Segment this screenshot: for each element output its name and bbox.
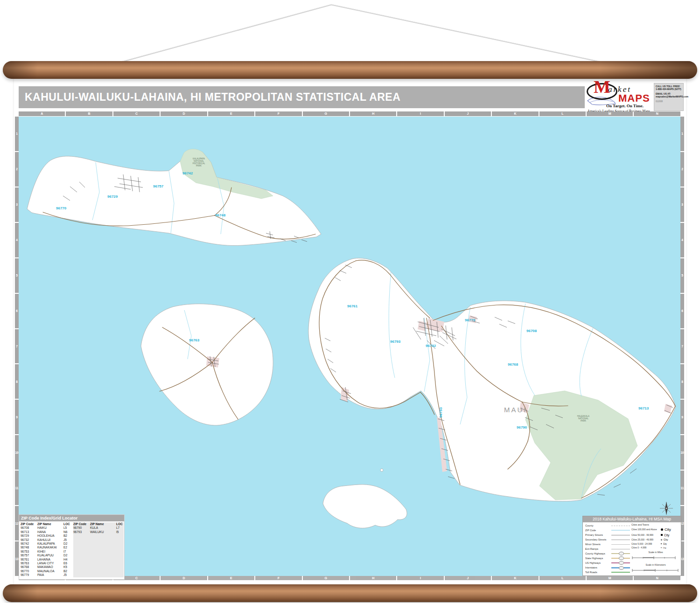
- grid-ruler-right: 12345678910111213: [680, 117, 684, 576]
- grid-row-label: 5: [15, 258, 19, 293]
- city-size-row-5: Cities 0 - 4,999City: [631, 547, 680, 549]
- grid-column-label: M: [587, 111, 633, 116]
- map-canvas: MAUI KALAUPAPA NATIONAL HISTORICAL PARK …: [19, 117, 680, 576]
- city-dot-tiny-icon: [661, 548, 662, 548]
- grid-ruler-top: ABCDEFGHIJKLMN: [19, 111, 680, 116]
- grid-row-label: 5: [680, 258, 684, 293]
- marketmaps-logo: M arket MAPS On Target. On Time. America…: [586, 80, 652, 114]
- zip-name: KULA: [90, 526, 116, 530]
- scale-bar-miles-icon: [631, 555, 676, 560]
- grid-column-label: C: [113, 111, 160, 116]
- zip-name: PAIA: [37, 573, 63, 577]
- col-loc: LOC: [116, 522, 125, 526]
- zip-row: 96770 MAUNALOA B2: [21, 569, 72, 573]
- zip-code: 96763: [21, 561, 37, 565]
- zip-name: HAIKU: [37, 526, 63, 530]
- zip-name: HANA: [37, 530, 63, 534]
- city-size-row-2: Cities 50,000 - 99,999City: [631, 534, 680, 537]
- grid-column-label: K: [492, 111, 538, 116]
- zip-loc: J5: [63, 573, 72, 577]
- legend-item-zip-code: ZIP Code: [585, 529, 630, 532]
- cities-header: Cities and Towns: [631, 523, 680, 526]
- grid-column-label: H: [350, 111, 396, 116]
- zip-name: MAKAWAO: [37, 565, 63, 569]
- grid-row-label: 11: [680, 471, 684, 505]
- map-title: KAHULUI-WAILUKU-LAHAINA, HI METROPOLITAN…: [19, 91, 400, 104]
- zip-code: 96770: [21, 569, 37, 573]
- zip-row: 96757 KUALAPUU D2: [21, 554, 72, 557]
- city-dot-large-icon: [661, 528, 663, 531]
- grid-column-label: J: [445, 111, 491, 116]
- zip-code: 96729: [21, 534, 37, 538]
- grid-row-label: 9: [680, 400, 684, 434]
- zip-loc: J5: [63, 538, 72, 542]
- grid-column-label: F: [255, 576, 301, 580]
- zip-label-96757: 96757: [153, 184, 163, 188]
- zip-code: 96757: [21, 554, 37, 557]
- legend-item-toll-roads: Toll Roads: [585, 571, 630, 574]
- legend-item-county-highways: County Highways: [585, 552, 630, 555]
- zip-label-96768: 96768: [508, 362, 518, 367]
- exit-ramp-swatch: [611, 549, 630, 549]
- legend-cities: Cities and Towns Cities 100,000 and Abov…: [631, 523, 680, 575]
- zip-code: 96748: [21, 546, 37, 549]
- legend-line-items: County ZIP Code Primary Streets Secondar…: [585, 524, 630, 574]
- zip-name: KIHEI: [37, 550, 63, 554]
- grid-row-label: 2: [15, 152, 19, 187]
- grid-column-label: H: [350, 576, 396, 580]
- zip-code: 96779: [21, 573, 37, 577]
- zip-row: 96768 MAKAWAO K5: [21, 565, 72, 569]
- zip-row: 96729 HOOLEHUA B2: [21, 534, 72, 538]
- grid-column-label: D: [161, 576, 207, 580]
- zip-code: 96753: [21, 550, 37, 554]
- county-label: MAUI: [504, 406, 527, 414]
- zip-label-96770: 96770: [56, 206, 66, 210]
- product-photo: KAHULUI-WAILUKU-LAHAINA, HI METROPOLITAN…: [0, 0, 700, 603]
- legend-item-state-highways: State Highways: [585, 557, 630, 560]
- map-legend: 2018 Kahului-Wailuku-Lahaina, HI MSA Map…: [582, 516, 681, 576]
- park-label-haleakala: HALEAKALA NATIONAL PARK: [571, 415, 595, 422]
- island-molokai: [27, 151, 321, 246]
- zip-name: LANAI CITY: [37, 561, 63, 565]
- grid-row-label: 3: [15, 187, 19, 222]
- grid-column-label: K: [492, 576, 538, 580]
- col-zip-code: ZIP Code: [21, 522, 37, 526]
- col-zip-code: ZIP Code: [73, 522, 90, 526]
- contact-box: CALL US TOLL FREE! 1-888-434-MAPS (6277)…: [654, 83, 684, 111]
- grid-ruler-left: 12345678910111213: [15, 117, 19, 576]
- hanging-string: [0, 0, 700, 70]
- zip-row: 96779 PAIA J5: [21, 573, 72, 577]
- zip-name: KAUNAKAKAI: [37, 546, 63, 549]
- legend-item-county: County: [585, 524, 630, 527]
- park-label-kalaupapa: KALAUPAPA NATIONAL HISTORICAL PARK: [187, 158, 211, 167]
- legend-title: 2018 Kahului-Wailuku-Lahaina, HI MSA Map: [583, 516, 681, 522]
- scale-kilometers: Scale in Kilometers: [631, 563, 680, 575]
- grid-column-label: D: [161, 111, 207, 116]
- zip-code: 96761: [21, 558, 37, 561]
- toll-road-swatch: [611, 572, 630, 573]
- zip-label-96763: 96763: [189, 338, 199, 342]
- islands-svg: [19, 117, 680, 576]
- secondary-street-swatch: [611, 540, 630, 540]
- city-dot-small-icon: [661, 543, 662, 544]
- grid-column-label: N: [634, 576, 680, 580]
- zip-loc: L5: [63, 526, 72, 530]
- grid-row-label: 4: [680, 223, 684, 257]
- logo-tagline: On Target. On Time.: [606, 104, 644, 108]
- zip-code: 96713: [21, 530, 37, 534]
- grid-row-label: 8: [15, 364, 19, 399]
- zip-loc: D2: [63, 542, 72, 546]
- legend-item-us-highways: US Highways: [585, 561, 630, 564]
- zip-loc: I7: [63, 550, 72, 554]
- zip-loc: K5: [63, 565, 72, 569]
- map-sheet: KAHULUI-WAILUKU-LAHAINA, HI METROPOLITAN…: [14, 77, 686, 587]
- grid-column-label: F: [255, 111, 301, 116]
- county-highway-swatch: [611, 553, 630, 554]
- zip-row: 96763 LANAI CITY E6: [21, 561, 72, 565]
- zip-row: 96753 KIHEI I7: [21, 550, 72, 554]
- zip-label-96779: 96779: [465, 318, 475, 322]
- map-title-bar: KAHULUI-WAILUKU-LAHAINA, HI METROPOLITAN…: [19, 86, 585, 108]
- zip-label-96748: 96748: [215, 213, 225, 217]
- zip-label-96729: 96729: [107, 194, 118, 199]
- grid-row-label: 3: [680, 187, 684, 222]
